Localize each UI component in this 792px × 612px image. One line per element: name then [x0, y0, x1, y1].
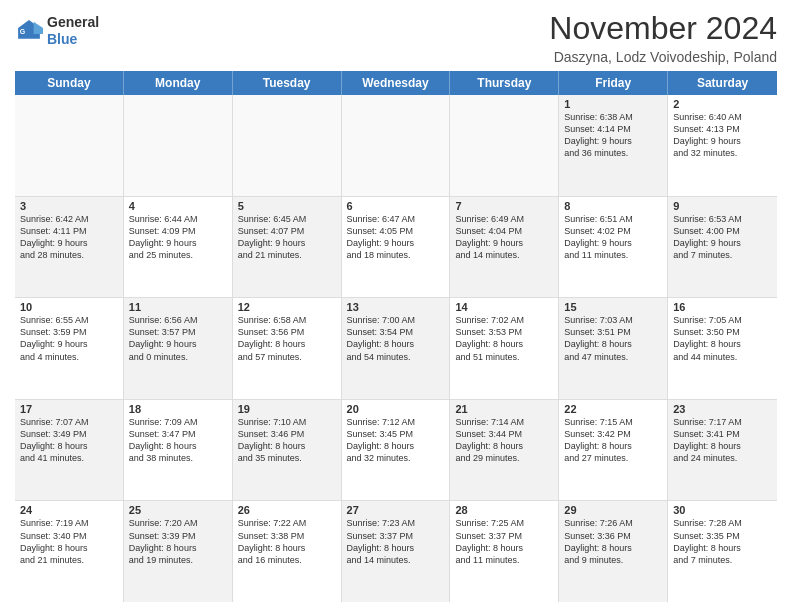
day-cell-28: 28Sunrise: 7:25 AM Sunset: 3:37 PM Dayli… [450, 501, 559, 602]
empty-cell-0-4 [450, 95, 559, 196]
day-info: Sunrise: 7:14 AM Sunset: 3:44 PM Dayligh… [455, 416, 553, 465]
day-info: Sunrise: 6:49 AM Sunset: 4:04 PM Dayligh… [455, 213, 553, 262]
day-number: 14 [455, 301, 553, 313]
logo-icon: G [15, 17, 43, 45]
day-info: Sunrise: 6:58 AM Sunset: 3:56 PM Dayligh… [238, 314, 336, 363]
calendar: SundayMondayTuesdayWednesdayThursdayFrid… [15, 71, 777, 602]
empty-cell-0-0 [15, 95, 124, 196]
empty-cell-0-2 [233, 95, 342, 196]
day-number: 26 [238, 504, 336, 516]
day-number: 24 [20, 504, 118, 516]
calendar-row-0: 1Sunrise: 6:38 AM Sunset: 4:14 PM Daylig… [15, 95, 777, 197]
day-number: 28 [455, 504, 553, 516]
day-info: Sunrise: 6:44 AM Sunset: 4:09 PM Dayligh… [129, 213, 227, 262]
svg-marker-1 [34, 21, 43, 33]
day-cell-26: 26Sunrise: 7:22 AM Sunset: 3:38 PM Dayli… [233, 501, 342, 602]
day-info: Sunrise: 6:55 AM Sunset: 3:59 PM Dayligh… [20, 314, 118, 363]
day-cell-4: 4Sunrise: 6:44 AM Sunset: 4:09 PM Daylig… [124, 197, 233, 298]
day-info: Sunrise: 7:09 AM Sunset: 3:47 PM Dayligh… [129, 416, 227, 465]
empty-cell-0-1 [124, 95, 233, 196]
empty-cell-0-3 [342, 95, 451, 196]
day-info: Sunrise: 7:22 AM Sunset: 3:38 PM Dayligh… [238, 517, 336, 566]
day-info: Sunrise: 6:56 AM Sunset: 3:57 PM Dayligh… [129, 314, 227, 363]
calendar-row-3: 17Sunrise: 7:07 AM Sunset: 3:49 PM Dayli… [15, 400, 777, 502]
day-number: 18 [129, 403, 227, 415]
main-title: November 2024 [549, 10, 777, 47]
day-info: Sunrise: 6:51 AM Sunset: 4:02 PM Dayligh… [564, 213, 662, 262]
header-day-friday: Friday [559, 71, 668, 95]
day-number: 5 [238, 200, 336, 212]
day-number: 30 [673, 504, 772, 516]
day-info: Sunrise: 7:19 AM Sunset: 3:40 PM Dayligh… [20, 517, 118, 566]
day-info: Sunrise: 6:38 AM Sunset: 4:14 PM Dayligh… [564, 111, 662, 160]
day-info: Sunrise: 7:17 AM Sunset: 3:41 PM Dayligh… [673, 416, 772, 465]
day-info: Sunrise: 6:45 AM Sunset: 4:07 PM Dayligh… [238, 213, 336, 262]
day-info: Sunrise: 7:25 AM Sunset: 3:37 PM Dayligh… [455, 517, 553, 566]
day-cell-27: 27Sunrise: 7:23 AM Sunset: 3:37 PM Dayli… [342, 501, 451, 602]
day-cell-20: 20Sunrise: 7:12 AM Sunset: 3:45 PM Dayli… [342, 400, 451, 501]
day-cell-30: 30Sunrise: 7:28 AM Sunset: 3:35 PM Dayli… [668, 501, 777, 602]
day-info: Sunrise: 6:40 AM Sunset: 4:13 PM Dayligh… [673, 111, 772, 160]
logo-blue: Blue [47, 31, 77, 47]
day-number: 3 [20, 200, 118, 212]
day-number: 29 [564, 504, 662, 516]
day-number: 12 [238, 301, 336, 313]
day-number: 7 [455, 200, 553, 212]
day-cell-15: 15Sunrise: 7:03 AM Sunset: 3:51 PM Dayli… [559, 298, 668, 399]
day-number: 19 [238, 403, 336, 415]
title-section: November 2024 Daszyna, Lodz Voivodeship,… [549, 10, 777, 65]
day-info: Sunrise: 6:53 AM Sunset: 4:00 PM Dayligh… [673, 213, 772, 262]
day-cell-2: 2Sunrise: 6:40 AM Sunset: 4:13 PM Daylig… [668, 95, 777, 196]
day-cell-8: 8Sunrise: 6:51 AM Sunset: 4:02 PM Daylig… [559, 197, 668, 298]
day-number: 22 [564, 403, 662, 415]
day-cell-16: 16Sunrise: 7:05 AM Sunset: 3:50 PM Dayli… [668, 298, 777, 399]
calendar-body: 1Sunrise: 6:38 AM Sunset: 4:14 PM Daylig… [15, 95, 777, 602]
day-cell-3: 3Sunrise: 6:42 AM Sunset: 4:11 PM Daylig… [15, 197, 124, 298]
day-info: Sunrise: 7:26 AM Sunset: 3:36 PM Dayligh… [564, 517, 662, 566]
day-number: 1 [564, 98, 662, 110]
day-number: 17 [20, 403, 118, 415]
day-cell-19: 19Sunrise: 7:10 AM Sunset: 3:46 PM Dayli… [233, 400, 342, 501]
day-cell-9: 9Sunrise: 6:53 AM Sunset: 4:00 PM Daylig… [668, 197, 777, 298]
day-cell-18: 18Sunrise: 7:09 AM Sunset: 3:47 PM Dayli… [124, 400, 233, 501]
page: G General Blue November 2024 Daszyna, Lo… [0, 0, 792, 612]
header-day-monday: Monday [124, 71, 233, 95]
day-info: Sunrise: 7:03 AM Sunset: 3:51 PM Dayligh… [564, 314, 662, 363]
day-cell-17: 17Sunrise: 7:07 AM Sunset: 3:49 PM Dayli… [15, 400, 124, 501]
day-cell-12: 12Sunrise: 6:58 AM Sunset: 3:56 PM Dayli… [233, 298, 342, 399]
day-cell-5: 5Sunrise: 6:45 AM Sunset: 4:07 PM Daylig… [233, 197, 342, 298]
day-info: Sunrise: 7:28 AM Sunset: 3:35 PM Dayligh… [673, 517, 772, 566]
day-cell-13: 13Sunrise: 7:00 AM Sunset: 3:54 PM Dayli… [342, 298, 451, 399]
day-cell-6: 6Sunrise: 6:47 AM Sunset: 4:05 PM Daylig… [342, 197, 451, 298]
header-day-sunday: Sunday [15, 71, 124, 95]
day-number: 10 [20, 301, 118, 313]
header: G General Blue November 2024 Daszyna, Lo… [15, 10, 777, 65]
day-number: 16 [673, 301, 772, 313]
day-info: Sunrise: 7:10 AM Sunset: 3:46 PM Dayligh… [238, 416, 336, 465]
day-cell-7: 7Sunrise: 6:49 AM Sunset: 4:04 PM Daylig… [450, 197, 559, 298]
calendar-row-2: 10Sunrise: 6:55 AM Sunset: 3:59 PM Dayli… [15, 298, 777, 400]
day-info: Sunrise: 7:23 AM Sunset: 3:37 PM Dayligh… [347, 517, 445, 566]
header-day-saturday: Saturday [668, 71, 777, 95]
day-info: Sunrise: 7:07 AM Sunset: 3:49 PM Dayligh… [20, 416, 118, 465]
day-cell-22: 22Sunrise: 7:15 AM Sunset: 3:42 PM Dayli… [559, 400, 668, 501]
day-number: 9 [673, 200, 772, 212]
day-number: 23 [673, 403, 772, 415]
day-number: 6 [347, 200, 445, 212]
day-number: 11 [129, 301, 227, 313]
logo: G General Blue [15, 14, 99, 48]
day-number: 21 [455, 403, 553, 415]
day-cell-1: 1Sunrise: 6:38 AM Sunset: 4:14 PM Daylig… [559, 95, 668, 196]
day-number: 25 [129, 504, 227, 516]
day-number: 27 [347, 504, 445, 516]
header-day-thursday: Thursday [450, 71, 559, 95]
day-number: 4 [129, 200, 227, 212]
day-info: Sunrise: 7:12 AM Sunset: 3:45 PM Dayligh… [347, 416, 445, 465]
day-number: 15 [564, 301, 662, 313]
day-cell-24: 24Sunrise: 7:19 AM Sunset: 3:40 PM Dayli… [15, 501, 124, 602]
calendar-header: SundayMondayTuesdayWednesdayThursdayFrid… [15, 71, 777, 95]
logo-general: General [47, 14, 99, 30]
day-cell-21: 21Sunrise: 7:14 AM Sunset: 3:44 PM Dayli… [450, 400, 559, 501]
day-number: 13 [347, 301, 445, 313]
day-info: Sunrise: 6:47 AM Sunset: 4:05 PM Dayligh… [347, 213, 445, 262]
